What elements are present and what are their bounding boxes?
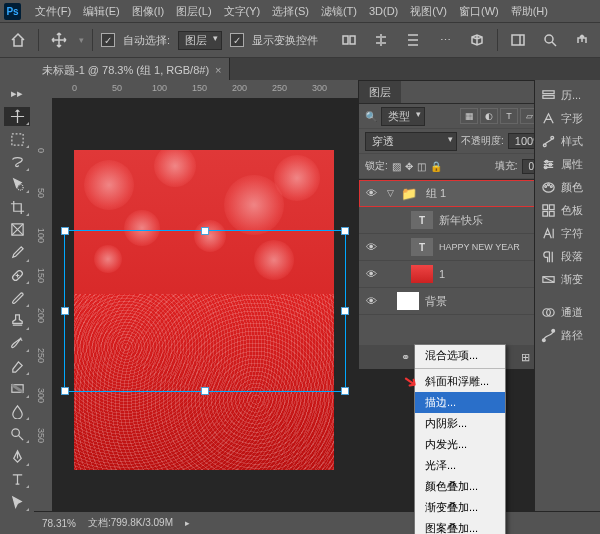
dropdown-icon[interactable]: ▾: [79, 35, 84, 45]
lock-position-icon[interactable]: ✥: [405, 161, 413, 172]
menu-select[interactable]: 选择(S): [266, 0, 315, 22]
svg-rect-22: [549, 205, 554, 210]
visibility-icon[interactable]: 👁: [359, 295, 383, 307]
status-bar: 78.31% 文档:799.8K/3.09M ▸: [34, 511, 600, 534]
document-tab[interactable]: 未标题-1 @ 78.3% (组 1, RGB/8#) ×: [34, 58, 230, 82]
rail-channels[interactable]: 通道: [535, 301, 600, 324]
menu-item-inner-shadow[interactable]: 内阴影...: [415, 413, 505, 434]
lasso-tool[interactable]: [4, 152, 30, 172]
share-icon[interactable]: [570, 28, 594, 52]
menu-item-bevel[interactable]: 斜面和浮雕...: [415, 371, 505, 392]
new-layer-icon[interactable]: ⊞: [516, 351, 534, 364]
lock-all-icon[interactable]: 🔒: [430, 161, 442, 172]
svg-point-9: [11, 429, 19, 437]
menu-file[interactable]: 文件(F): [29, 0, 77, 22]
visibility-icon[interactable]: 👁: [359, 241, 383, 253]
more-icon[interactable]: ⋯: [433, 28, 457, 52]
pen-tool[interactable]: [4, 447, 30, 467]
filter-type-icon[interactable]: T: [500, 108, 518, 124]
link-layers-icon[interactable]: ⚭: [396, 351, 414, 364]
align-icon[interactable]: [337, 28, 361, 52]
zoom-level[interactable]: 78.31%: [42, 518, 76, 529]
gradient-tool[interactable]: [4, 379, 30, 399]
search-icon[interactable]: [538, 28, 562, 52]
stamp-tool[interactable]: [4, 311, 30, 331]
path-select-tool[interactable]: [4, 492, 30, 512]
auto-select-checkbox[interactable]: [101, 33, 115, 47]
rail-paragraph[interactable]: 段落: [535, 245, 600, 268]
rail-color[interactable]: 颜色: [535, 176, 600, 199]
rail-swatches[interactable]: 色板: [535, 199, 600, 222]
type-layer-icon: T: [411, 211, 433, 229]
frame-tool[interactable]: [4, 220, 30, 240]
filter-pixel-icon[interactable]: ▦: [460, 108, 478, 124]
close-tab-icon[interactable]: ×: [215, 64, 221, 76]
visibility-icon[interactable]: 👁: [359, 268, 383, 280]
home-icon[interactable]: [6, 28, 30, 52]
rail-paths[interactable]: 路径: [535, 324, 600, 347]
rail-properties[interactable]: 属性: [535, 153, 600, 176]
filter-adjust-icon[interactable]: ◐: [480, 108, 498, 124]
rail-history[interactable]: 历...: [535, 84, 600, 107]
menu-help[interactable]: 帮助(H): [505, 0, 554, 22]
auto-select-target-dropdown[interactable]: 图层: [178, 31, 222, 50]
menu-window[interactable]: 窗口(W): [453, 0, 505, 22]
dodge-tool[interactable]: [4, 424, 30, 444]
svg-rect-24: [549, 211, 554, 216]
menu-item-blending[interactable]: 混合选项...: [415, 345, 505, 366]
layers-tab[interactable]: 图层: [359, 81, 401, 103]
marquee-tool[interactable]: [4, 129, 30, 149]
layer-name[interactable]: 新年快乐: [439, 213, 483, 228]
rail-character[interactable]: 字符: [535, 222, 600, 245]
menu-item-gradient-overlay[interactable]: 渐变叠加...: [415, 497, 505, 518]
brush-tool[interactable]: [4, 288, 30, 308]
crop-tool[interactable]: [4, 197, 30, 217]
menu-3d[interactable]: 3D(D): [363, 0, 404, 22]
svg-rect-11: [543, 96, 554, 99]
move-tool-icon[interactable]: [47, 28, 71, 52]
workspace-icon[interactable]: [506, 28, 530, 52]
move-tool[interactable]: [4, 107, 30, 127]
menu-view[interactable]: 视图(V): [404, 0, 453, 22]
history-brush-tool[interactable]: [4, 334, 30, 354]
quick-select-tool[interactable]: [4, 175, 30, 195]
rail-styles[interactable]: 样式: [535, 130, 600, 153]
menu-item-satin[interactable]: 光泽...: [415, 455, 505, 476]
eyedropper-tool[interactable]: [4, 243, 30, 263]
align-icon[interactable]: [369, 28, 393, 52]
distribute-icon[interactable]: [401, 28, 425, 52]
menu-item-pattern-overlay[interactable]: 图案叠加...: [415, 518, 505, 534]
layer-name[interactable]: 背景: [425, 294, 447, 309]
rail-glyphs[interactable]: 字形: [535, 107, 600, 130]
visibility-icon[interactable]: 👁: [359, 187, 383, 199]
type-tool[interactable]: [4, 470, 30, 490]
svg-rect-2: [512, 35, 524, 45]
lock-artboard-icon[interactable]: ◫: [417, 161, 426, 172]
blur-tool[interactable]: [4, 402, 30, 422]
healing-tool[interactable]: [4, 266, 30, 286]
menu-item-stroke[interactable]: 描边...: [415, 392, 505, 413]
expand-toolbar-icon[interactable]: ▸▸: [4, 84, 30, 104]
menu-edit[interactable]: 编辑(E): [77, 0, 126, 22]
filter-kind-dropdown[interactable]: 类型: [381, 107, 425, 126]
layer-name[interactable]: HAPPY NEW YEAR: [439, 242, 520, 252]
3d-mode-icon[interactable]: [465, 28, 489, 52]
menu-filter[interactable]: 滤镜(T): [315, 0, 363, 22]
rail-gradients[interactable]: 渐变: [535, 268, 600, 291]
eraser-tool[interactable]: [4, 356, 30, 376]
layer-name[interactable]: 1: [439, 268, 445, 280]
status-dropdown-icon[interactable]: ▸: [185, 518, 190, 528]
show-transform-checkbox[interactable]: [230, 33, 244, 47]
menu-layer[interactable]: 图层(L): [170, 0, 217, 22]
menu-item-inner-glow[interactable]: 内发光...: [415, 434, 505, 455]
svg-point-29: [552, 329, 555, 332]
lock-pixels-icon[interactable]: ▨: [392, 161, 401, 172]
doc-size[interactable]: 文档:799.8K/3.09M: [88, 516, 173, 530]
layer-name[interactable]: 组 1: [426, 186, 446, 201]
menu-item-color-overlay[interactable]: 颜色叠加...: [415, 476, 505, 497]
menu-image[interactable]: 图像(I): [126, 0, 170, 22]
disclosure-icon[interactable]: ▽: [387, 188, 394, 198]
blend-mode-dropdown[interactable]: 穿透: [365, 132, 457, 151]
transform-box[interactable]: [64, 230, 346, 392]
menu-type[interactable]: 文字(Y): [218, 0, 267, 22]
